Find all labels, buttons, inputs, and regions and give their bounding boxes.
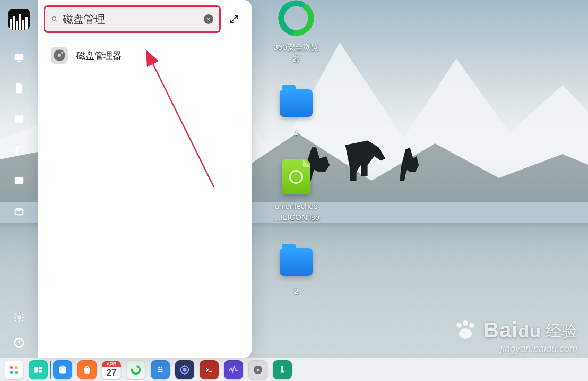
paw-icon [454,320,477,342]
watermark: Baidu 经验 jingyan.baidu.com [454,318,577,354]
iso-file-icon [278,159,314,195]
svg-point-34 [131,364,142,375]
svg-point-50 [459,328,472,339]
search-result-label: 磁盘管理器 [76,49,122,62]
folder-icon [278,85,314,121]
svg-rect-32 [59,366,66,373]
svg-point-18 [52,16,56,20]
svg-line-19 [56,20,57,22]
dock-terminal[interactable] [198,359,220,380]
svg-point-27 [10,370,13,374]
folder-icon [278,244,314,280]
sidebar-item-pictures[interactable] [8,108,30,130]
svg-point-49 [469,323,474,328]
svg-point-15 [18,316,21,319]
svg-rect-36 [158,371,162,372]
desktop-item-360browser[interactable]: 360安全浏览 器 [264,0,328,64]
svg-rect-8 [15,54,24,60]
svg-point-47 [456,323,462,328]
dock-text-editor[interactable] [150,359,171,380]
svg-rect-5 [19,14,21,30]
svg-point-23 [61,52,63,54]
svg-rect-10 [15,116,24,123]
dock-control-center[interactable] [174,359,195,380]
sidebar-item-videos[interactable] [8,170,30,191]
svg-rect-29 [34,367,38,372]
svg-rect-35 [158,369,162,370]
search-icon [51,15,58,23]
fullscreen-toggle-icon[interactable] [224,9,244,29]
launcher-sidebar [0,0,38,358]
svg-rect-9 [17,61,21,62]
sidebar-item-downloads[interactable] [8,201,30,222]
sidebar-settings[interactable] [8,307,30,328]
user-avatar[interactable] [8,9,30,30]
desktop-item-label: 360安全浏览 器 [273,41,318,64]
svg-point-38 [183,368,186,371]
svg-point-25 [10,366,13,369]
watermark-brand-main: Bai [483,318,518,342]
sidebar-item-computer[interactable] [8,47,30,68]
svg-rect-30 [39,367,42,369]
svg-point-48 [463,320,468,326]
svg-rect-33 [60,365,64,367]
desktop-item-label: 2 [294,285,298,297]
search-field[interactable]: × [46,7,219,31]
svg-rect-46 [281,366,283,369]
clear-search-button[interactable]: × [204,14,213,24]
svg-rect-3 [13,16,15,30]
dock-app-store[interactable] [76,359,98,380]
sidebar-item-documents[interactable] [8,78,30,99]
watermark-brand-du: du [518,321,541,341]
dock: APR 27 [0,358,588,381]
launcher-popup: × 磁盘管理器 [38,0,252,358]
search-result-disk-manager[interactable]: 磁盘管理器 [46,44,244,67]
sidebar-item-music[interactable] [8,139,30,160]
svg-rect-4 [16,21,18,30]
dock-browser-360[interactable] [125,359,146,380]
svg-rect-2 [10,19,12,30]
dock-disk-manager[interactable] [247,359,269,380]
watermark-url: jingyan.baidu.com [454,343,577,354]
svg-point-28 [15,370,18,374]
desktop-item-folder-1[interactable]: 1 [264,85,328,138]
sidebar-power[interactable] [8,332,30,353]
dock-system-monitor[interactable] [223,359,244,380]
desktop-item-label: 1 [294,126,298,138]
desktop-item-folder-2[interactable]: 2 [264,244,328,297]
svg-point-22 [58,54,61,57]
dock-multitask[interactable] [28,359,49,380]
svg-point-45 [257,368,260,371]
dock-launcher[interactable] [3,359,24,380]
svg-point-26 [15,366,18,369]
360-browser-icon [278,0,314,36]
desktop-item-label: uniontechos …ILICON.iso [273,200,319,223]
svg-line-24 [152,62,214,187]
disk-manager-icon [51,47,68,64]
calendar-day: 27 [107,367,116,379]
calendar-month: APR [102,361,121,367]
svg-rect-6 [22,20,24,30]
svg-point-14 [15,208,23,211]
dock-calendar[interactable]: APR 27 [101,359,122,380]
desktop-item-iso[interactable]: uniontechos …ILICON.iso [264,159,328,223]
search-results: 磁盘管理器 [46,34,244,67]
dock-device-manager[interactable] [272,359,293,380]
search-input[interactable] [63,13,204,26]
desktop-icons-column: 360安全浏览 器 1 uniontechos …ILICON.iso 2 [254,0,339,318]
watermark-brand-suffix: 经验 [546,320,577,342]
dock-file-manager[interactable] [52,359,73,380]
svg-rect-7 [25,17,28,30]
svg-rect-31 [39,370,42,372]
